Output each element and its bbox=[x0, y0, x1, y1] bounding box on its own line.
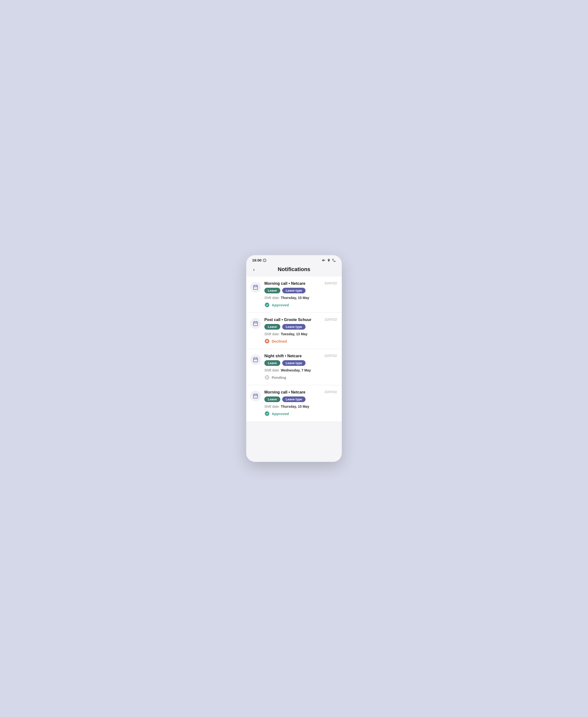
svg-rect-11 bbox=[254, 322, 258, 326]
approved-icon bbox=[264, 411, 270, 416]
approved-icon bbox=[264, 302, 270, 308]
notification-item[interactable]: Morning call • Netcare 21/07/22 LeaveLea… bbox=[246, 277, 342, 313]
notif-shift-date: Shift date: Wednesday, 7 May bbox=[264, 368, 337, 372]
notif-content-2: Night shift • Netcare 21/07/22 LeaveLeav… bbox=[264, 354, 337, 380]
svg-rect-25 bbox=[254, 394, 258, 398]
notif-tags: LeaveLeave type bbox=[264, 324, 337, 330]
nav-header: ‹ Notifications bbox=[246, 264, 342, 277]
notif-calendar-icon bbox=[250, 354, 261, 365]
status-label: Approved bbox=[272, 412, 289, 416]
notif-tags: LeaveLeave type bbox=[264, 360, 337, 366]
phone-icon bbox=[332, 258, 336, 262]
notif-title: Post call • Groote Schuur bbox=[264, 318, 311, 322]
svg-rect-5 bbox=[254, 285, 258, 290]
tag-leave-type: Leave type bbox=[282, 396, 306, 402]
tag-leave: Leave bbox=[264, 324, 280, 330]
sound-icon bbox=[322, 258, 326, 262]
notif-content-1: Post call • Groote Schuur 21/07/22 Leave… bbox=[264, 318, 337, 344]
notif-status: Approved bbox=[264, 302, 337, 308]
notification-item[interactable]: Post call • Groote Schuur 21/07/22 Leave… bbox=[246, 313, 342, 349]
location-icon bbox=[327, 259, 331, 262]
notification-item[interactable]: Morning call • Netcare 21/07/22 LeaveLea… bbox=[246, 385, 342, 421]
notif-shift-date: Shift date: Thursday, 15 May bbox=[264, 296, 337, 300]
page-title: Notifications bbox=[278, 266, 310, 273]
notif-date: 21/07/22 bbox=[324, 318, 337, 321]
notif-header-row: Morning call • Netcare 21/07/22 bbox=[264, 281, 337, 286]
notif-shift-date: Shift date: Thursday, 15 May bbox=[264, 405, 337, 409]
notif-calendar-icon bbox=[250, 391, 261, 401]
tag-leave: Leave bbox=[264, 288, 280, 294]
notif-date: 21/07/22 bbox=[324, 354, 337, 357]
status-bar: 19:00 bbox=[246, 255, 342, 264]
pending-icon bbox=[264, 375, 270, 380]
notif-title: Morning call • Netcare bbox=[264, 390, 305, 394]
svg-rect-18 bbox=[254, 358, 258, 362]
notif-status: Approved bbox=[264, 411, 337, 416]
notif-date: 21/07/22 bbox=[324, 390, 337, 394]
notif-status: Pending bbox=[264, 375, 337, 380]
notif-tags: LeaveLeave type bbox=[264, 288, 337, 294]
notif-title: Night shift • Netcare bbox=[264, 354, 301, 358]
notification-item[interactable]: Night shift • Netcare 21/07/22 LeaveLeav… bbox=[246, 349, 342, 385]
notif-title: Morning call • Netcare bbox=[264, 281, 305, 286]
back-button[interactable]: ‹ bbox=[251, 266, 257, 273]
status-label: Pending bbox=[272, 375, 286, 379]
notif-shift-date: Shift date: Tuesday, 13 May bbox=[264, 332, 337, 336]
status-icons bbox=[322, 258, 336, 262]
status-label: Approved bbox=[272, 303, 289, 307]
status-label: Declined bbox=[272, 339, 287, 343]
notif-header-row: Morning call • Netcare 21/07/22 bbox=[264, 390, 337, 394]
tag-leave-type: Leave type bbox=[282, 360, 306, 366]
tag-leave-type: Leave type bbox=[282, 324, 306, 330]
notif-tags: LeaveLeave type bbox=[264, 396, 337, 402]
notif-content-0: Morning call • Netcare 21/07/22 LeaveLea… bbox=[264, 281, 337, 308]
notif-status: Declined bbox=[264, 339, 337, 344]
notif-date: 21/07/22 bbox=[324, 281, 337, 285]
notifications-list: Morning call • Netcare 21/07/22 LeaveLea… bbox=[246, 277, 342, 462]
phone-frame: 19:00 ‹ Notifications bbox=[246, 255, 342, 462]
notif-content-3: Morning call • Netcare 21/07/22 LeaveLea… bbox=[264, 390, 337, 416]
status-time: 19:00 bbox=[252, 258, 266, 262]
declined-icon bbox=[264, 339, 270, 344]
tag-leave-type: Leave type bbox=[282, 288, 306, 294]
notif-header-row: Post call • Groote Schuur 21/07/22 bbox=[264, 318, 337, 322]
tag-leave: Leave bbox=[264, 396, 280, 402]
tag-leave: Leave bbox=[264, 360, 280, 366]
notif-header-row: Night shift • Netcare 21/07/22 bbox=[264, 354, 337, 358]
notif-calendar-icon bbox=[250, 318, 261, 329]
notif-calendar-icon bbox=[250, 282, 261, 292]
